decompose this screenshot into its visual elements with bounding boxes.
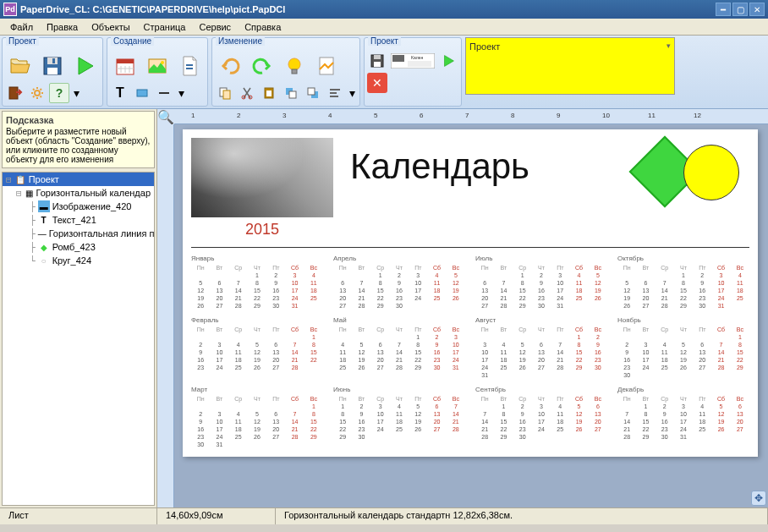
month-block: АвгустПнВтСрЧтПтСбВс12345678910111213141… (475, 316, 607, 379)
calendar-icon: ▦ (25, 187, 34, 199)
calendar-grid[interactable]: ЯнварьПнВтСрЧтПтСбВс12345678910111213141… (191, 255, 749, 448)
menu-file[interactable]: Файл (3, 20, 40, 34)
horizontal-line[interactable] (191, 247, 749, 248)
shapes-group (631, 138, 749, 214)
svg-rect-31 (330, 89, 340, 90)
hint-text: Выберите и разместите новый объект (обла… (6, 127, 151, 164)
zoom-icon[interactable]: 🔍 (157, 109, 174, 124)
svg-rect-36 (374, 62, 381, 67)
calendar-image[interactable] (191, 138, 333, 217)
app-icon: Pd (3, 3, 17, 16)
circle-shape[interactable] (683, 145, 739, 200)
line-icon: — (38, 228, 47, 239)
month-block: АпрельПнВтСрЧтПтСбВс12345678910111213141… (333, 255, 465, 310)
tree-item-image[interactable]: ├ ▬ Изображение_420 (3, 200, 154, 213)
month-block: ДекабрьПнВтСрЧтПтСбВс1234567891011121314… (617, 386, 749, 448)
menu-edit[interactable]: Правка (40, 20, 85, 34)
year-label[interactable]: 2015 (191, 221, 333, 239)
text-button[interactable]: T (110, 83, 130, 103)
svg-rect-32 (330, 92, 337, 94)
tree-item-line[interactable]: ├ — Горизонтальная линия при (3, 227, 154, 240)
align-button[interactable] (325, 83, 345, 103)
svg-rect-35 (374, 55, 381, 59)
tool-group-project: Проект ? ▾ (2, 37, 103, 107)
menu-help[interactable]: Справка (238, 20, 288, 34)
svg-rect-16 (137, 90, 147, 96)
hint-box: Подсказка Выберите и разместите новый об… (2, 111, 155, 168)
help-button[interactable]: ? (49, 83, 69, 103)
edit-dropdown[interactable]: ▾ (347, 83, 357, 103)
menubar: Файл Правка Объекты Страница Сервис Спра… (0, 19, 768, 36)
month-block: ИюньПнВтСрЧтПтСбВс1234567891011121314151… (333, 386, 465, 448)
window-title: PaperDrive_CL: C:\GENETIC\PAPERDRIVE\hel… (20, 4, 716, 14)
circle-icon: ○ (38, 255, 50, 266)
open-button[interactable] (5, 51, 36, 81)
statusbar: Лист 14,60x9,09см Горизонтальный календа… (0, 507, 768, 524)
toolbar: Проект ? ▾ Создание T (0, 36, 768, 109)
preview-button[interactable] (311, 51, 342, 81)
file-button[interactable] (174, 51, 205, 81)
ruler-vertical (157, 124, 174, 507)
svg-rect-30 (308, 88, 315, 95)
play-sm-button[interactable] (438, 51, 458, 71)
canvas-viewport[interactable]: 2015 Календарь ЯнварьПнВтСрЧтПтСбВс12345… (174, 124, 768, 507)
project-icon: 📋 (14, 173, 26, 185)
month-block: ИюльПнВтСрЧтПтСбВс1234567891011121314151… (475, 255, 607, 310)
bring-front-button[interactable] (281, 83, 301, 103)
month-block: МартПнВтСрЧтПтСбВс1234567891011121314151… (191, 386, 323, 448)
tool-group-project2: Проект Кален ✕ (364, 37, 462, 107)
svg-rect-2 (47, 68, 58, 74)
shapes-dropdown[interactable]: ▾ (176, 83, 186, 103)
dropdown-icon[interactable]: ▾ (71, 83, 81, 103)
rect-button[interactable] (132, 83, 152, 103)
month-block: ФевральПнВтСрЧтПтСбВс1234567891011121314… (191, 316, 323, 379)
menu-service[interactable]: Сервис (192, 20, 238, 34)
svg-rect-7 (117, 59, 134, 63)
send-back-button[interactable] (303, 83, 323, 103)
image-icon: ▬ (38, 200, 50, 212)
tree-item-calendar[interactable]: ⊟ ▦ Горизонтальный календар (3, 186, 154, 200)
text-icon: T (38, 214, 50, 226)
delete-button[interactable]: ✕ (367, 73, 387, 93)
document-page[interactable]: 2015 Календарь ЯнварьПнВтСрЧтПтСбВс12345… (183, 129, 758, 457)
main-area: Подсказка Выберите и разместите новый об… (0, 109, 768, 507)
undo-button[interactable] (215, 51, 245, 81)
maximize-button[interactable]: ▢ (732, 3, 748, 16)
idea-button[interactable] (279, 51, 310, 81)
svg-rect-40 (408, 61, 431, 67)
minimize-button[interactable]: ━ (716, 3, 731, 16)
object-tree: ⊟ 📋 Проект ⊟ ▦ Горизонтальный календар ├… (2, 172, 155, 506)
tree-item-rhombus[interactable]: ├ ◆ Ромб_423 (3, 240, 154, 254)
project-panel-label: Проект (469, 41, 500, 52)
svg-point-13 (161, 61, 164, 64)
rhombus-icon: ◆ (38, 241, 50, 253)
tool-group-editing: Изменение ▾ (211, 37, 360, 107)
thumb-button[interactable]: Кален (389, 51, 436, 71)
status-coords: 14,60x9,09см (157, 508, 276, 524)
chevron-down-icon[interactable]: ▾ (667, 41, 671, 50)
line-button[interactable] (154, 83, 174, 103)
canvas-area: 🔍 123456789101112 2015 Календарь ЯнварьП… (157, 109, 768, 507)
svg-rect-3 (52, 58, 55, 63)
hint-title: Подсказка (6, 115, 151, 125)
menu-objects[interactable]: Объекты (85, 20, 136, 34)
status-sheet: Лист (0, 508, 157, 524)
copy-button[interactable] (215, 83, 235, 103)
pan-button[interactable]: ✥ (751, 491, 766, 506)
image-button[interactable] (142, 51, 173, 81)
run-button[interactable] (69, 51, 100, 81)
menu-page[interactable]: Страница (137, 20, 193, 34)
tree-root[interactable]: ⊟ 📋 Проект (3, 173, 154, 186)
redo-button[interactable] (247, 51, 277, 81)
settings-button[interactable] (27, 83, 47, 103)
save-sm-button[interactable] (367, 51, 387, 71)
calendar-button[interactable] (110, 51, 140, 81)
exit-button[interactable] (5, 83, 25, 103)
paste-button[interactable] (259, 83, 279, 103)
cut-button[interactable] (237, 83, 257, 103)
close-button[interactable]: ✕ (749, 3, 765, 16)
svg-rect-14 (186, 64, 193, 66)
tree-item-text[interactable]: ├ T Текст_421 (3, 213, 154, 227)
tree-item-circle[interactable]: └ ○ Круг_424 (3, 254, 154, 267)
save-button[interactable] (37, 51, 68, 81)
